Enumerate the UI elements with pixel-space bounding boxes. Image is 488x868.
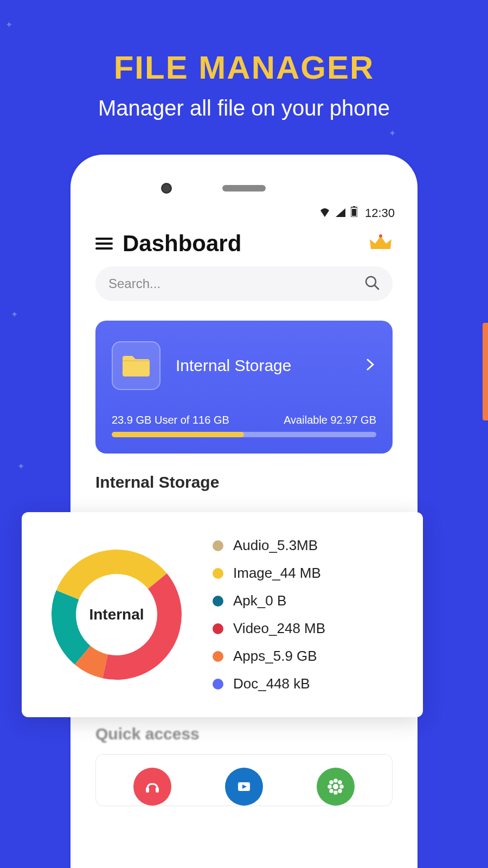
quick-access-heading: Quick access xyxy=(95,725,393,743)
storage-breakdown-card: Internal Audio_5.3MB Image_44 MB Apk_0 B… xyxy=(22,512,423,717)
storage-legend: Audio_5.3MB Image_44 MB Apk_0 B Video_24… xyxy=(213,537,325,692)
svg-point-3 xyxy=(379,234,382,238)
folder-icon xyxy=(112,341,160,390)
search-input[interactable]: Search... xyxy=(95,266,393,301)
promo-subtitle: Manager all file on your phone xyxy=(0,96,488,120)
svg-point-9 xyxy=(333,784,338,789)
legend-item-video: Video_248 MB xyxy=(213,620,325,637)
svg-rect-2 xyxy=(352,209,356,216)
menu-button[interactable] xyxy=(95,238,113,250)
legend-dot xyxy=(213,540,223,551)
quick-access-row xyxy=(95,754,393,806)
legend-dot xyxy=(213,568,223,579)
wifi-icon xyxy=(319,206,330,220)
donut-center-label: Internal xyxy=(43,541,190,688)
storage-used-text: 23.9 GB User of 116 GB xyxy=(112,414,229,426)
status-time: 12:30 xyxy=(365,206,395,220)
storage-card[interactable]: Internal Storage 23.9 GB User of 116 GB … xyxy=(95,321,393,454)
svg-rect-7 xyxy=(156,787,159,793)
svg-point-17 xyxy=(338,790,341,793)
phone-speaker xyxy=(222,185,266,192)
legend-dot xyxy=(213,596,223,607)
battery-icon xyxy=(351,206,357,220)
app-header: Dashboard xyxy=(84,223,404,262)
svg-point-10 xyxy=(334,780,337,782)
search-icon xyxy=(364,275,380,292)
quick-apps-button[interactable] xyxy=(317,768,355,806)
svg-point-13 xyxy=(340,786,343,788)
svg-point-15 xyxy=(338,781,341,784)
svg-rect-6 xyxy=(146,787,149,793)
legend-dot xyxy=(213,679,223,690)
legend-item-apps: Apps_5.9 GB xyxy=(213,648,325,665)
storage-progress xyxy=(112,432,376,437)
phone-frame: 12:30 Dashboard Search... xyxy=(70,155,418,868)
svg-point-16 xyxy=(330,790,332,793)
svg-point-11 xyxy=(334,792,337,794)
storage-label: Internal Storage xyxy=(176,356,349,375)
legend-item-audio: Audio_5.3MB xyxy=(213,537,325,554)
legend-item-image: Image_44 MB xyxy=(213,565,325,582)
page-title: Dashboard xyxy=(123,231,359,257)
phone-camera xyxy=(161,183,172,194)
side-accent xyxy=(483,323,488,420)
legend-dot xyxy=(213,651,223,662)
svg-point-14 xyxy=(330,781,332,784)
signal-icon xyxy=(336,206,345,220)
storage-available-text: Available 92.97 GB xyxy=(284,414,376,426)
svg-point-12 xyxy=(328,786,331,788)
quick-audio-button[interactable] xyxy=(133,768,171,806)
legend-dot xyxy=(213,623,223,634)
legend-item-apk: Apk_0 B xyxy=(213,592,325,609)
promo-title: FILE MANAGER xyxy=(0,49,488,86)
status-bar: 12:30 xyxy=(84,203,404,223)
storage-donut-chart: Internal xyxy=(43,541,190,688)
internal-heading: Internal Storage xyxy=(95,473,393,492)
svg-line-5 xyxy=(375,285,378,289)
crown-icon[interactable] xyxy=(369,234,393,253)
quick-video-button[interactable] xyxy=(225,768,263,806)
storage-progress-fill xyxy=(112,432,244,437)
legend-item-doc: Doc_448 kB xyxy=(213,675,325,692)
search-placeholder: Search... xyxy=(108,276,160,291)
chevron-right-icon xyxy=(364,359,376,373)
